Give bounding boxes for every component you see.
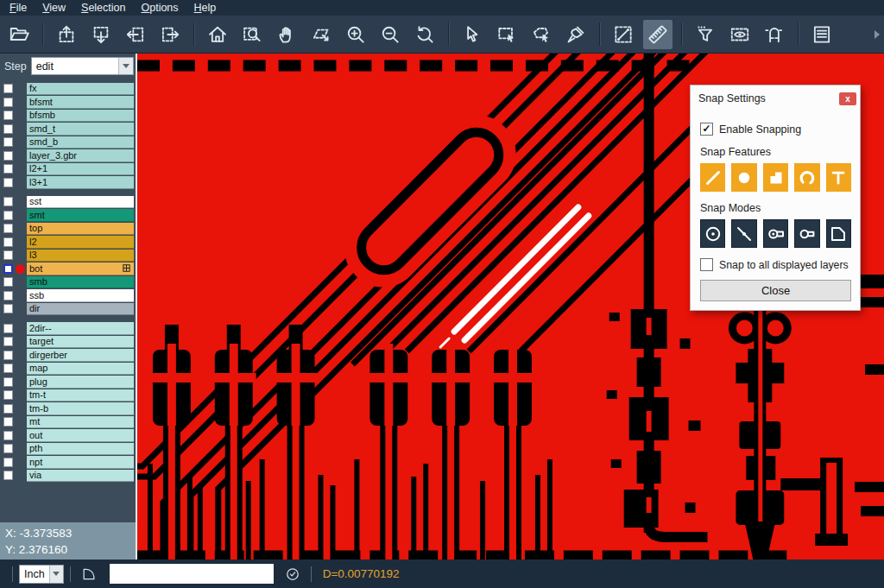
- layer-chip[interactable]: map: [27, 363, 134, 376]
- layer-chip[interactable]: out: [27, 429, 134, 442]
- angle-ruler-icon[interactable]: [80, 566, 98, 583]
- dialog-titlebar[interactable]: Snap Settings x: [691, 85, 860, 109]
- layer-visibility-checkbox[interactable]: [3, 431, 13, 440]
- zoom-previous-button[interactable]: [410, 20, 439, 49]
- layer-visibility-checkbox[interactable]: [3, 351, 13, 360]
- report-list-button[interactable]: [807, 20, 837, 49]
- measure-ruler-button[interactable]: [643, 20, 672, 49]
- layer-visibility-checkbox[interactable]: [3, 84, 13, 93]
- layer-chip[interactable]: l3: [27, 250, 134, 262]
- layer-chip[interactable]: dirgerber: [27, 349, 134, 362]
- zoom-object-button[interactable]: [306, 20, 336, 49]
- snap-all-layers-checkbox[interactable]: [700, 258, 713, 271]
- layer-chip[interactable]: bot: [27, 262, 134, 275]
- layer-chip[interactable]: smd_t: [27, 123, 134, 136]
- layer-chip[interactable]: top: [27, 223, 134, 236]
- menu-help[interactable]: Help: [186, 0, 224, 16]
- zoom-in-button[interactable]: [341, 20, 370, 49]
- layer-chip[interactable]: dir: [27, 303, 134, 316]
- layer-visibility-checkbox[interactable]: [3, 98, 13, 107]
- layer-chip[interactable]: mt: [27, 416, 134, 429]
- select-polygon-button[interactable]: [527, 20, 556, 49]
- snap-feature-line-button[interactable]: [700, 163, 725, 192]
- canvas-viewport[interactable]: Snap Settings x ✓ Enable Snapping Snap F…: [136, 54, 884, 560]
- layer-visibility-checkbox[interactable]: [3, 124, 13, 134]
- layer-visibility-checkbox[interactable]: [3, 291, 13, 300]
- layer-visibility-checkbox[interactable]: [3, 377, 13, 387]
- snap-feature-pad-button[interactable]: [731, 163, 756, 192]
- menu-selection[interactable]: Selection: [73, 0, 133, 16]
- zoom-out-button[interactable]: [376, 20, 405, 49]
- layer-visibility-checkbox[interactable]: [3, 197, 13, 206]
- filter-button[interactable]: [691, 20, 720, 49]
- toolbar-overflow-icon[interactable]: [875, 30, 880, 39]
- snap-mode-center-button[interactable]: [700, 219, 725, 248]
- pan-up-button[interactable]: [52, 20, 81, 49]
- command-input[interactable]: [110, 564, 274, 584]
- layer-chip[interactable]: tm-b: [27, 402, 134, 415]
- layer-chip[interactable]: plug: [27, 376, 134, 389]
- layer-chip[interactable]: tm-t: [27, 389, 134, 402]
- layer-chip[interactable]: bfsmb: [27, 110, 134, 123]
- layer-visibility-checkbox[interactable]: [3, 277, 13, 287]
- layer-visibility-checkbox[interactable]: [3, 324, 13, 333]
- view-region-button[interactable]: [725, 20, 755, 49]
- layer-chip[interactable]: pth: [27, 443, 134, 456]
- menu-view[interactable]: View: [35, 0, 73, 16]
- snap-feature-text-button[interactable]: [826, 163, 851, 192]
- layer-visibility-checkbox[interactable]: [3, 151, 13, 161]
- layer-chip[interactable]: smd_b: [27, 136, 134, 149]
- layer-chip[interactable]: smt: [27, 209, 134, 222]
- layer-visibility-checkbox[interactable]: [3, 178, 13, 187]
- enable-snapping-checkbox[interactable]: ✓: [700, 123, 713, 136]
- pan-right-button[interactable]: [155, 20, 185, 49]
- apply-sync-icon[interactable]: [284, 566, 301, 583]
- layer-chip[interactable]: smb: [27, 276, 134, 289]
- select-cursor-button[interactable]: [458, 20, 487, 49]
- close-button[interactable]: Close: [700, 280, 851, 301]
- layer-visibility-checkbox[interactable]: [3, 164, 13, 174]
- clear-highlight-button[interactable]: [561, 20, 590, 49]
- snap-magnet-button[interactable]: [760, 20, 789, 49]
- pan-left-button[interactable]: [121, 20, 150, 49]
- layer-chip[interactable]: fx: [27, 83, 134, 96]
- layer-chip[interactable]: layer_3.gbr: [27, 149, 134, 162]
- layer-visibility-checkbox[interactable]: [3, 337, 13, 346]
- snap-mode-midpoint-button[interactable]: [731, 219, 756, 248]
- pan-down-button[interactable]: [86, 20, 116, 49]
- layer-chip[interactable]: ssb: [27, 289, 134, 302]
- layer-chip[interactable]: bfsmt: [27, 96, 134, 109]
- open-project-button[interactable]: [4, 20, 34, 49]
- layer-visibility-checkbox[interactable]: [3, 304, 13, 313]
- layer-chip[interactable]: npt: [27, 456, 134, 469]
- select-rectangle-button[interactable]: [492, 20, 521, 49]
- layer-visibility-checkbox[interactable]: [3, 111, 13, 120]
- layer-visibility-checkbox[interactable]: [3, 364, 13, 373]
- layer-visibility-checkbox[interactable]: [3, 471, 13, 480]
- layer-visibility-checkbox[interactable]: [3, 224, 13, 233]
- layer-visibility-checkbox[interactable]: [3, 237, 13, 247]
- layer-visibility-checkbox[interactable]: [3, 444, 13, 453]
- measure-distance-button[interactable]: [609, 20, 638, 49]
- layer-visibility-checkbox[interactable]: [3, 137, 13, 147]
- snap-mode-pad-button[interactable]: [794, 219, 819, 248]
- layer-chip[interactable]: l2: [27, 236, 134, 249]
- layer-visibility-checkbox[interactable]: [3, 417, 13, 427]
- units-select[interactable]: Inch: [19, 565, 64, 584]
- layer-chip[interactable]: 2dir--: [27, 322, 134, 335]
- step-select[interactable]: edit: [31, 57, 134, 75]
- layer-visibility-checkbox[interactable]: [3, 250, 13, 260]
- layer-chip[interactable]: l3+1: [27, 176, 134, 189]
- layer-visibility-checkbox[interactable]: [3, 458, 13, 467]
- layer-visibility-checkbox[interactable]: [3, 390, 13, 400]
- close-icon[interactable]: x: [839, 92, 856, 105]
- enable-snapping-row[interactable]: ✓ Enable Snapping: [700, 123, 851, 136]
- home-view-button[interactable]: [203, 20, 232, 49]
- layer-visibility-checkbox[interactable]: [3, 404, 13, 414]
- snap-all-layers-row[interactable]: Snap to all displayed layers: [700, 258, 851, 271]
- layer-chip[interactable]: via: [27, 470, 134, 483]
- layer-chip[interactable]: sst: [27, 196, 134, 209]
- layer-chip[interactable]: l2+1: [27, 163, 134, 176]
- menu-options[interactable]: Options: [133, 0, 186, 16]
- layer-visibility-checkbox[interactable]: [3, 211, 13, 220]
